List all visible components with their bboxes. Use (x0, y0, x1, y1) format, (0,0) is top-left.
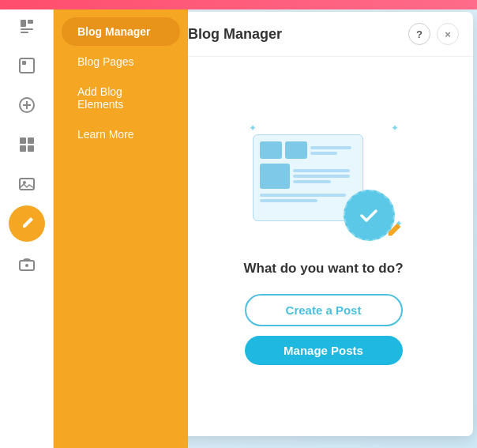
blog-line-7 (260, 199, 317, 202)
blog-line-1 (310, 146, 351, 149)
menu-item-blog-pages[interactable]: Blog Pages (62, 47, 180, 76)
sidebar (0, 0, 54, 448)
blog-line-2 (310, 152, 338, 155)
menu-item-add-blog-elements[interactable]: Add Blog Elements (62, 77, 180, 119)
svg-point-16 (25, 264, 28, 267)
sidebar-icon-blog[interactable] (9, 205, 45, 242)
sidebar-icon-add[interactable] (9, 87, 45, 123)
svg-rect-1 (28, 20, 33, 24)
blog-img-3 (260, 164, 290, 189)
main-panel: Blog Manager ? × ✦ ✦ ✦ (174, 12, 473, 436)
svg-rect-11 (20, 145, 26, 152)
sparkle-icon-tr: ✦ (391, 122, 399, 134)
svg-rect-2 (21, 28, 33, 30)
checkmark-icon (357, 204, 381, 228)
svg-rect-0 (21, 20, 26, 27)
help-button[interactable]: ? (408, 23, 430, 45)
sparkle-icon-tl: ✦ (249, 122, 257, 134)
illustration: ✦ ✦ ✦ (245, 119, 403, 245)
panel-header: Blog Manager ? × (174, 12, 473, 57)
svg-rect-9 (20, 137, 26, 144)
sidebar-icon-apps[interactable] (9, 126, 45, 163)
sidebar-icon-market[interactable] (9, 245, 45, 281)
menu-item-blog-manager[interactable]: Blog Manager (62, 17, 180, 46)
orange-menu: Blog Manager Blog Pages Add Blog Element… (54, 0, 188, 448)
blog-line-3 (293, 169, 350, 172)
create-post-button[interactable]: Create a Post (245, 294, 403, 326)
panel-body: ✦ ✦ ✦ (174, 57, 473, 436)
top-bar (0, 0, 477, 9)
blog-img-1 (260, 141, 282, 159)
blog-line-6 (260, 194, 347, 197)
close-button[interactable]: × (437, 23, 459, 45)
panel-header-actions: ? × (408, 23, 459, 45)
sidebar-icon-design[interactable] (9, 47, 45, 84)
blog-text-lines (310, 141, 356, 159)
blog-img-2 (285, 141, 307, 159)
manage-posts-button[interactable]: Manage Posts (245, 336, 403, 365)
svg-rect-12 (28, 145, 34, 152)
blog-text-lines-2 (293, 164, 356, 189)
svg-rect-4 (20, 58, 34, 73)
svg-rect-3 (21, 32, 28, 33)
blog-line-5 (293, 180, 331, 183)
sidebar-icon-pages[interactable] (9, 8, 45, 44)
svg-rect-5 (22, 61, 26, 65)
pencil-icon (384, 221, 403, 243)
svg-rect-10 (28, 137, 34, 144)
panel-title: Blog Manager (188, 26, 282, 43)
sidebar-icon-media[interactable] (9, 166, 45, 202)
question-text: What do you want to do? (243, 261, 403, 277)
blog-line-4 (293, 175, 350, 178)
menu-item-learn-more[interactable]: Learn More (62, 120, 180, 149)
